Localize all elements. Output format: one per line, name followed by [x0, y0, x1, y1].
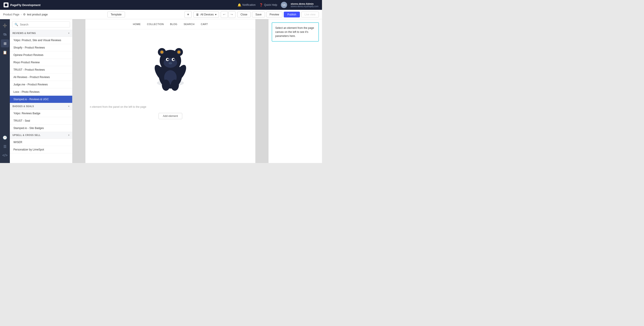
notification-label: Notification — [242, 3, 256, 6]
chevron-down-icon: ▾ — [215, 13, 216, 16]
save-button[interactable]: Save — [252, 12, 265, 18]
list-icon-btn[interactable]: ☰ — [1, 142, 9, 150]
section-collapse-upsell[interactable]: ▾ — [68, 134, 70, 136]
close-button[interactable]: Close — [237, 12, 251, 18]
sidebar-item-shopify-reviews[interactable]: Shopify - Product Reviews — [10, 44, 72, 52]
section-title-badges: BADGES & SEALS — [12, 105, 34, 108]
device-label: All Devices — [200, 13, 214, 16]
nav-collection[interactable]: COLLECTION — [147, 23, 164, 26]
avatar[interactable]: SA — [281, 2, 287, 8]
top-bar-left: PageFly Development — [4, 2, 40, 8]
sidebar-item-yotpo[interactable]: Yotpo: Product, Site and Visual Reviews — [10, 37, 72, 44]
svg-point-19 — [171, 80, 179, 91]
info-box: Select an element from the page canvas o… — [272, 22, 319, 42]
bell-icon: 🔔 — [238, 3, 241, 7]
code-icon-btn[interactable]: </> — [1, 151, 9, 160]
section-title-upsell: UPSELL & CROSS SELL — [12, 134, 40, 136]
sidebar-item-stamped-badges[interactable]: Stamped.io - Site Badges — [10, 124, 72, 132]
text-format-icon: ≡ — [187, 13, 189, 16]
user-name: stores-demo Admin — [291, 2, 318, 5]
section-title-reviews: REVIEWS & RATING — [12, 32, 36, 34]
help-icon: ❓ — [259, 3, 263, 7]
section-collapse-badges[interactable]: ▾ — [68, 105, 70, 108]
sidebar-item-judgeme[interactable]: Judge.me - Product Reviews — [10, 81, 72, 88]
breadcrumb: Product Page › ⚙ test product page — [3, 13, 48, 16]
device-selector[interactable]: 🖥 All Devices ▾ — [194, 12, 219, 18]
sidebar-item-personalizer[interactable]: Personalizer by LimeSpot — [10, 146, 72, 154]
undo-redo-group: ↩ ↪ — [221, 11, 236, 18]
sidebar-item-trust-seal[interactable]: TRUST - Seal — [10, 117, 72, 124]
sidebar-item-yotpo-badge[interactable]: Yotpo: Reviews Badge — [10, 110, 72, 117]
main-layout: ➕ 🛍 ⊞ 📋 🕐 ☰ </> 🔍 REVIEWS & RATING ▾ Yot… — [0, 19, 322, 163]
sidebar-item-wiser[interactable]: WISER — [10, 139, 72, 146]
redo-button[interactable]: ↪ — [228, 11, 236, 18]
text-format-button[interactable]: ≡ — [184, 11, 192, 18]
svg-point-13 — [160, 50, 164, 54]
user-info: stores-demo Admin stores-demo.myshopify.… — [291, 2, 318, 8]
bear-illustration — [148, 38, 193, 94]
info-message: Select an element from the page canvas o… — [275, 26, 315, 38]
add-element-icon-btn[interactable]: ➕ — [1, 22, 9, 30]
top-bar: PageFly Development 🔔 Notification ❓ Qui… — [0, 0, 322, 10]
search-icon: 🔍 — [14, 23, 18, 26]
notification-button[interactable]: 🔔 Notification — [238, 3, 256, 7]
section-collapse-reviews[interactable]: ▾ — [68, 32, 70, 35]
page-name: test product page — [27, 13, 48, 16]
preview-button[interactable]: Preview — [266, 12, 283, 18]
sidebar-search: 🔍 — [10, 19, 72, 30]
bear-area — [86, 29, 255, 103]
drop-hint: n element from the panel on the left to … — [90, 105, 251, 108]
section-header-upsell: UPSELL & CROSS SELL ▾ — [10, 132, 72, 139]
svg-point-10 — [167, 58, 169, 60]
shopify-icon-btn[interactable]: 🛍 — [1, 30, 9, 38]
quick-help-label: Quick Help — [264, 3, 277, 6]
right-panel: Select an element from the page canvas o… — [268, 19, 322, 163]
action-buttons: Close Save Preview Publish Live view — [237, 12, 319, 18]
sidebar: 🔍 REVIEWS & RATING ▾ Yotpo: Product, Sit… — [10, 19, 72, 163]
page-canvas: HOME COLLECTION BLOG SEARCH CART — [86, 19, 255, 163]
svg-point-12 — [168, 62, 172, 64]
sidebar-item-opinew[interactable]: Opinew Product Reviews — [10, 52, 72, 59]
logo[interactable]: PageFly Development — [4, 2, 40, 8]
second-bar: Product Page › ⚙ test product page Templ… — [0, 10, 322, 19]
svg-point-18 — [162, 80, 170, 91]
template-button[interactable]: Template — [107, 12, 125, 18]
nav-bar: HOME COLLECTION BLOG SEARCH CART — [86, 19, 255, 29]
nav-home[interactable]: HOME — [133, 23, 141, 26]
app-name: PageFly Development — [10, 3, 40, 7]
live-view-button[interactable]: Live view — [301, 12, 319, 18]
breadcrumb-separator: › — [21, 13, 22, 16]
canvas-area: HOME COLLECTION BLOG SEARCH CART — [72, 19, 268, 163]
icon-bar: ➕ 🛍 ⊞ 📋 🕐 ☰ </> — [0, 19, 10, 163]
section-header-badges: BADGES & SEALS ▾ — [10, 103, 72, 110]
sidebar-item-stamped[interactable]: Stamped.io - Reviews & UGC — [10, 96, 72, 103]
search-box[interactable]: 🔍 — [12, 22, 70, 28]
add-element-button[interactable]: Add element — [158, 113, 182, 119]
svg-point-14 — [177, 50, 180, 54]
nav-search[interactable]: SEARCH — [184, 23, 194, 26]
avatar-initials: SA — [282, 4, 286, 6]
search-input[interactable] — [20, 23, 68, 26]
breadcrumb-parent[interactable]: Product Page — [3, 13, 20, 16]
history-icon-btn[interactable]: 🕐 — [1, 134, 9, 142]
user-shop: stores-demo.myshopify.com — [291, 5, 318, 8]
sidebar-item-ali-reviews[interactable]: Ali Reviews - Product Reviews — [10, 74, 72, 81]
icon-bar-bottom: 🕐 ☰ </> — [1, 134, 9, 161]
sidebar-item-loox[interactable]: Loox - Photo Reviews — [10, 88, 72, 96]
layers-icon-btn[interactable]: 📋 — [1, 48, 9, 56]
second-bar-center: ≡ 🖥 All Devices ▾ ↩ ↪ Close Save Preview… — [184, 11, 319, 18]
monitor-icon: 🖥 — [196, 13, 199, 16]
svg-point-11 — [173, 58, 175, 60]
sidebar-content: REVIEWS & RATING ▾ Yotpo: Product, Site … — [10, 30, 72, 163]
canvas-drop-area: n element from the panel on the left to … — [86, 103, 255, 124]
top-bar-right: 🔔 Notification ❓ Quick Help SA stores-de… — [238, 2, 318, 8]
sidebar-item-rivyo[interactable]: Rivyo Product Review — [10, 59, 72, 66]
sidebar-item-trust-reviews[interactable]: TRUST - Product Reviews — [10, 66, 72, 74]
publish-button[interactable]: Publish — [284, 12, 300, 18]
section-header-reviews: REVIEWS & RATING ▾ — [10, 30, 72, 37]
undo-button[interactable]: ↩ — [221, 11, 228, 18]
nav-cart[interactable]: CART — [201, 23, 208, 26]
quick-help-button[interactable]: ❓ Quick Help — [259, 3, 277, 7]
nav-blog[interactable]: BLOG — [170, 23, 178, 26]
elements-icon-btn[interactable]: ⊞ — [1, 39, 9, 48]
